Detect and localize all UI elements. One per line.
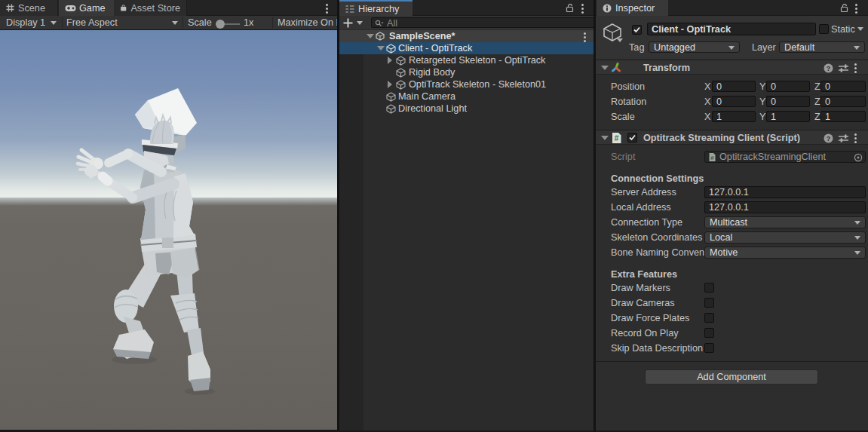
svg-text:?: ? (827, 135, 831, 142)
svg-text:#: # (710, 154, 714, 161)
svg-text:?: ? (827, 65, 831, 72)
svg-text:#: # (615, 134, 619, 142)
